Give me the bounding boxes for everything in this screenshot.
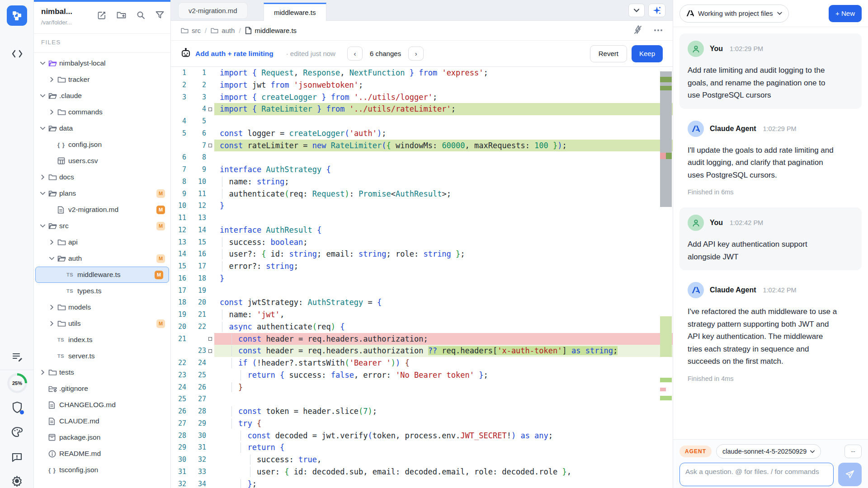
diff-gutter-marker[interactable] [206, 188, 214, 200]
chevron-right-icon[interactable] [49, 110, 57, 114]
code-line[interactable]: 56const logger = createLogger('auth'); [171, 127, 673, 140]
diff-gutter-marker[interactable] [206, 345, 214, 357]
diff-gutter-marker[interactable] [206, 140, 214, 152]
chevron-right-icon[interactable] [49, 322, 57, 325]
tree-item-nimbalyst-local[interactable]: nimbalyst-local [34, 55, 170, 71]
diff-gutter-marker[interactable] [206, 381, 214, 394]
tree-item-src[interactable]: srcM [34, 218, 170, 234]
chevron-down-icon[interactable] [40, 61, 48, 65]
search-icon[interactable] [137, 11, 145, 22]
diff-gutter-marker[interactable] [206, 248, 214, 260]
new-file-icon[interactable] [97, 11, 106, 22]
diff-gutter-marker[interactable] [206, 260, 214, 272]
notes-edit-icon[interactable] [0, 352, 34, 362]
code-line[interactable]: 2224 if (!header?.startsWith('Bearer '))… [171, 357, 673, 369]
scrollbar-overview-ruler[interactable] [660, 67, 672, 488]
collapse-composer-button[interactable]: -- [844, 445, 862, 458]
code-line[interactable]: 2830 const decoded = jwt.verify(token, p… [171, 430, 673, 442]
code-line[interactable]: 68 [171, 151, 673, 164]
tree-item-data[interactable]: data [34, 120, 170, 136]
chevron-down-icon[interactable] [40, 192, 48, 195]
tree-item-middleware-ts[interactable]: TSmiddleware.tsM [35, 267, 169, 283]
chevron-down-icon[interactable] [40, 127, 48, 130]
chevron-right-icon[interactable] [49, 240, 57, 244]
code-line[interactable]: 2729 try { [171, 418, 673, 430]
diff-gutter-marker[interactable] [206, 224, 214, 236]
session-selector[interactable]: Working with project files [679, 5, 789, 23]
code-line[interactable]: 3133 user: { id: decoded.sub, email: dec… [171, 466, 673, 478]
chevron-down-icon[interactable] [40, 94, 48, 98]
code-line[interactable]: 2022 async authenticate(req) { [171, 321, 673, 333]
tab-middleware[interactable]: middleware.ts [264, 3, 326, 21]
tree-item-plans[interactable]: plansM [34, 185, 170, 202]
diff-gutter-marker[interactable] [206, 236, 214, 249]
tree-item-tsconfig-json[interactable]: { }tsconfig.json [34, 462, 170, 478]
tab-v2-migration[interactable]: v2-migration.md [178, 2, 248, 19]
code-line[interactable]: 11import { Request, Response, NextFuncti… [171, 67, 673, 79]
change-set-link[interactable]: Add auth + rate limiting [195, 50, 274, 58]
diff-gutter-marker[interactable] [206, 309, 214, 321]
tree-item-readme-md[interactable]: README.md [34, 446, 170, 462]
feedback-icon[interactable] [0, 452, 34, 463]
code-line[interactable]: 1416 user?: { id: string; email: string;… [171, 248, 673, 260]
tree-item-changelog-md[interactable]: CHANGELOG.md [34, 397, 170, 413]
settings-gear-icon[interactable] [0, 475, 34, 487]
usage-progress-ring[interactable]: 25% [7, 373, 27, 393]
tree-item-tests[interactable]: tests [34, 364, 170, 380]
code-line[interactable]: 45 [171, 115, 673, 127]
diff-gutter-marker[interactable] [206, 285, 214, 297]
code-line[interactable]: 2527 [171, 393, 673, 405]
diff-gutter-marker[interactable] [206, 441, 214, 454]
breadcrumb-src[interactable]: src [192, 27, 201, 34]
diff-gutter-marker[interactable] [206, 478, 214, 488]
code-line[interactable]: 7const rateLimiter = new RateLimiter({ w… [171, 140, 673, 152]
tree-item-v2-migration-md[interactable]: v2-migration.mdM [34, 202, 170, 218]
diff-gutter-marker[interactable] [206, 212, 214, 224]
diff-gutter-marker[interactable] [206, 151, 214, 164]
revert-button[interactable]: Revert [590, 45, 627, 62]
chevron-right-icon[interactable] [40, 371, 48, 374]
tree-item-tracker[interactable]: tracker [34, 71, 170, 88]
diff-gutter-marker[interactable] [206, 272, 214, 285]
chevron-right-icon[interactable] [40, 175, 48, 179]
code-line[interactable]: 33import { createLogger } from '../utils… [171, 91, 673, 103]
code-line[interactable]: 2426 } [171, 381, 673, 394]
new-ai-tab-button[interactable] [648, 4, 665, 17]
code-view-icon[interactable] [0, 49, 34, 59]
code-line[interactable]: 1618} [171, 272, 673, 285]
tree-item-api[interactable]: api [34, 234, 170, 250]
diff-gutter-marker[interactable] [206, 164, 214, 176]
zap-off-icon[interactable] [634, 25, 642, 36]
chevron-right-icon[interactable] [49, 305, 57, 309]
code-line[interactable]: 3032 success: true, [171, 454, 673, 466]
code-diff-view[interactable]: 11import { Request, Response, NextFuncti… [171, 67, 673, 488]
diff-gutter-marker[interactable] [206, 393, 214, 405]
keep-button[interactable]: Keep [632, 45, 663, 62]
shield-security-icon[interactable] [0, 401, 34, 413]
diff-gutter-marker[interactable] [206, 430, 214, 442]
tree-item--gitignore[interactable]: .gitignore [34, 380, 170, 397]
code-line[interactable]: 1113 [171, 212, 673, 224]
app-logo-icon[interactable] [7, 5, 27, 26]
more-options-icon[interactable] [654, 25, 663, 36]
scrollbar-thumb[interactable] [660, 71, 672, 207]
send-button[interactable] [838, 463, 862, 486]
tree-item-index-ts[interactable]: TSindex.ts [34, 332, 170, 348]
code-line[interactable]: 23 const header = req.headers.authorizat… [171, 345, 673, 357]
tree-item-package-json[interactable]: package.json [34, 429, 170, 446]
code-line[interactable]: 810 name: string; [171, 176, 673, 188]
diff-gutter-marker[interactable] [206, 296, 214, 309]
tree-item-models[interactable]: models [34, 299, 170, 315]
tree-item--claude[interactable]: .claude [34, 88, 170, 104]
tree-item-types-ts[interactable]: TStypes.ts [34, 283, 170, 299]
chat-input[interactable] [679, 463, 834, 486]
code-line[interactable]: 2325 return { success: false, error: 'No… [171, 369, 673, 381]
code-line[interactable]: 1719 [171, 285, 673, 297]
diff-gutter-marker[interactable] [206, 454, 214, 466]
diff-gutter-marker[interactable] [206, 321, 214, 333]
code-line[interactable]: 2931 return { [171, 441, 673, 454]
diff-gutter-marker[interactable] [206, 200, 214, 212]
tree-item-config-json[interactable]: { }config.json [34, 136, 170, 153]
code-line[interactable]: 1921 name: 'jwt', [171, 309, 673, 321]
diff-gutter-marker[interactable] [206, 369, 214, 381]
